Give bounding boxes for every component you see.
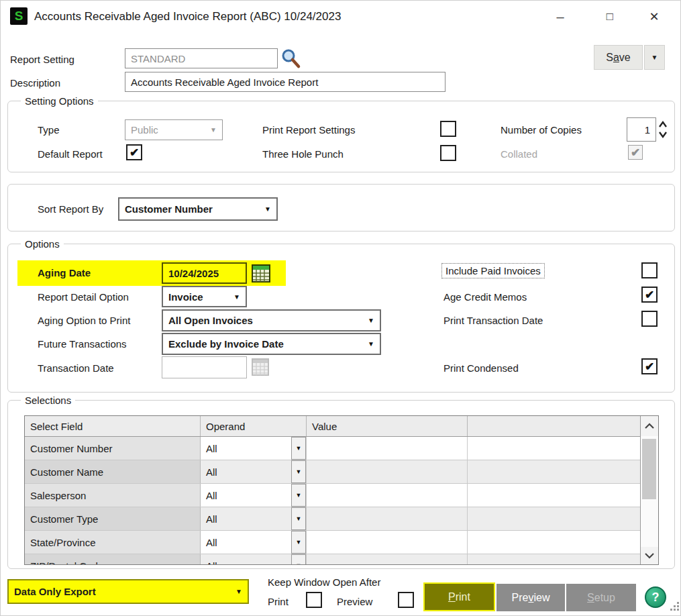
operand-dropdown-button[interactable]: ▼ [291,437,306,460]
search-icon[interactable] [280,48,301,69]
selections-table-header: Select Field Operand Value [25,416,658,437]
column-header-select-field: Select Field [25,416,201,436]
scroll-down-button[interactable] [641,547,658,564]
aging-date-input[interactable]: 10/24/2025 [162,262,247,284]
spinner-up-icon [660,122,666,127]
keep-window-open-label: Keep Window Open After [268,576,380,588]
chevron-down-icon: ▼ [296,515,302,522]
type-label: Type [38,124,60,136]
keep-open-preview-checkbox[interactable] [398,592,414,608]
chevron-down-icon: ▼ [296,562,302,565]
chevron-down-icon: ▼ [296,539,302,546]
operand-dropdown-button[interactable]: ▼ [291,531,306,554]
scroll-up-button[interactable] [641,416,658,436]
scroll-down-icon [645,554,653,558]
row-value-cell[interactable] [307,554,468,565]
row-value-cell[interactable] [307,437,468,460]
chevron-down-icon: ▼ [651,54,658,61]
close-button[interactable]: ✕ [635,5,673,29]
export-select[interactable]: Data Only Export ▼ [7,579,249,604]
transaction-date-input[interactable] [162,356,247,378]
print-condensed-label: Print Condensed [443,362,519,374]
chevron-down-icon: ▼ [296,445,302,452]
title-bar: S Accounts Receivable Aged Invoice Repor… [1,1,680,33]
report-detail-option-select[interactable]: Invoice ▼ [162,286,247,307]
aging-option-to-print-label: Aging Option to Print [38,315,130,326]
sort-report-by-label: Sort Report By [38,203,103,215]
include-paid-invoices-label: Include Paid Invoices [441,263,545,278]
check-icon: ✔ [631,147,640,158]
row-operand-cell: All ▼ [201,554,307,565]
print-transaction-date-label: Print Transaction Date [443,315,543,326]
row-extra-cell [468,507,641,530]
help-button[interactable]: ? [645,586,666,608]
age-credit-memos-label: Age Credit Memos [443,291,527,303]
collated-checkbox: ✔ [628,145,643,160]
chevron-down-icon: ▼ [368,340,374,348]
print-report-settings-checkbox[interactable] [440,121,456,137]
row-operand-cell: All ▼ [201,507,307,530]
row-value-cell[interactable] [307,460,468,483]
options-legend: Options [21,238,64,250]
calendar-icon[interactable] [251,262,271,284]
copies-spinner[interactable] [657,117,669,142]
table-row: Customer Type All ▼ [25,507,658,531]
chevron-down-icon: ▼ [210,126,217,134]
row-value-cell[interactable] [307,507,468,530]
row-extra-cell [468,554,641,565]
row-operand-cell: All ▼ [201,531,307,554]
operand-dropdown-button[interactable]: ▼ [291,554,306,565]
age-credit-memos-checkbox[interactable]: ✔ [641,287,658,303]
column-header-operand: Operand [201,416,307,436]
row-field-cell: ZIP/Postal Code [25,554,201,565]
table-row: Customer Name All ▼ [25,460,658,484]
transaction-date-label: Transaction Date [38,362,114,374]
scrollbar-thumb[interactable] [642,439,656,499]
sort-report-by-select[interactable]: Customer Number ▼ [118,197,278,221]
selections-table: Select Field Operand Value Customer Numb… [24,415,659,565]
check-icon: ✔ [645,289,654,301]
aging-date-label: Aging Date [38,267,91,278]
column-header-value: Value [307,416,468,436]
question-mark-icon: ? [652,591,660,605]
three-hole-punch-label: Three Hole Punch [262,148,344,160]
spinner-down-icon [660,132,666,137]
chevron-down-icon: ▼ [296,468,302,475]
check-icon: ✔ [129,147,139,158]
number-of-copies-input[interactable]: 1 [627,117,656,142]
chevron-down-icon: ▼ [264,205,271,213]
report-setting-input[interactable]: STANDARD [125,48,278,68]
three-hole-punch-checkbox[interactable] [440,145,456,161]
operand-dropdown-button[interactable]: ▼ [291,507,306,530]
print-button[interactable]: Print [423,582,495,611]
setting-options-group [7,101,675,172]
type-select[interactable]: Public ▼ [125,119,223,140]
preview-button[interactable]: Preview [496,584,565,611]
maximize-button[interactable]: □ [591,5,629,29]
include-paid-invoices-checkbox[interactable] [641,262,658,278]
table-row: Salesperson All ▼ [25,484,658,507]
row-field-cell: Salesperson [25,484,201,507]
row-extra-cell [468,460,641,483]
operand-dropdown-button[interactable]: ▼ [291,460,306,483]
row-value-cell[interactable] [307,484,468,507]
print-transaction-date-checkbox[interactable] [641,311,658,327]
keep-open-print-checkbox[interactable] [306,592,322,608]
keep-open-print-label: Print [268,596,289,607]
save-button[interactable]: Save [594,45,643,70]
print-condensed-checkbox[interactable]: ✔ [641,358,658,374]
default-report-checkbox[interactable]: ✔ [126,144,142,160]
resize-grip[interactable] [669,601,680,611]
row-extra-cell [468,484,641,507]
description-label: Description [10,77,60,89]
row-field-cell: Customer Name [25,460,201,483]
row-value-cell[interactable] [307,531,468,554]
description-input[interactable]: Accounts Receivable Aged Invoice Report [125,72,446,92]
default-report-label: Default Report [38,148,103,160]
save-dropdown-button[interactable]: ▼ [644,45,665,70]
table-scrollbar[interactable] [640,416,658,564]
minimize-button[interactable]: – [541,5,579,29]
future-transactions-select[interactable]: Exclude by Invoice Date ▼ [162,333,381,355]
operand-dropdown-button[interactable]: ▼ [291,484,306,507]
aging-option-to-print-select[interactable]: All Open Invoices ▼ [162,309,381,331]
